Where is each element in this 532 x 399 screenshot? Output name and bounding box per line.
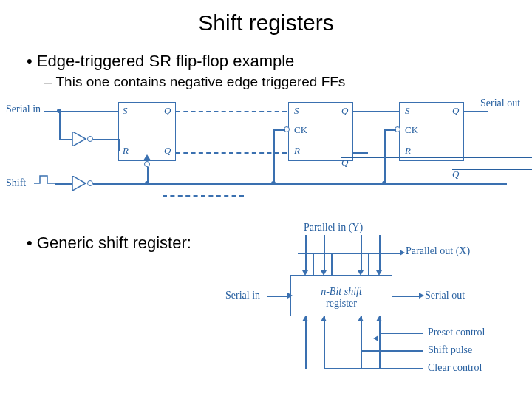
pin-ck: CK [405,124,418,136]
wire [273,129,285,131]
parallel-in-label: Parallel in (Y) [304,222,363,233]
clear-label: Clear control [428,362,482,374]
pin-q: Q [452,105,459,117]
serial-out-label: Serial out [480,98,520,109]
wire [384,129,386,183]
bullet-1-sub: – This one contains negative edge trigge… [44,74,345,90]
page-title: Shift registers [0,0,532,35]
bullet-1: • Edge-triggered SR flip-flop example [27,52,294,71]
wire [59,111,61,139]
wire [353,111,399,112]
serial-in-label2: Serial in [225,290,260,301]
pin-qbar: Q [452,168,532,180]
wire [93,139,118,140]
pin-q: Q [341,105,348,117]
wire [464,111,488,112]
wire [55,183,72,185]
dashed-wire [163,195,244,197]
preset-label: Preset control [428,327,485,338]
box-line1: n-Bit shift [321,286,362,297]
shift-pulse-label: Shift pulse [428,344,472,356]
wire [59,139,72,140]
pin-r: R [405,145,411,157]
generic-shift-register-diagram: n-Bit shift register Parallel in (Y) Par… [209,222,527,392]
wire [353,152,368,154]
box-line2: register [326,298,357,309]
wire [273,129,275,183]
clock-rail [93,183,507,185]
svg-marker-1 [72,176,86,191]
pin-r: R [123,145,129,157]
pin-q: Q [164,105,171,117]
wire [44,111,118,112]
dashed-wire [176,111,287,112]
n-bit-shift-register-box: n-Bit shift register [290,275,392,316]
pin-s: S [123,105,128,117]
pin-s: S [294,105,299,117]
parallel-out-label: Parallel out (X) [406,245,470,257]
bullet-2: • Generic shift register: [27,233,191,253]
svg-marker-0 [72,132,86,146]
serial-out-label2: Serial out [425,290,465,301]
wire [118,139,120,151]
clock-pulse-icon [34,174,55,185]
wire [384,129,396,131]
serial-in-label: Serial in [6,103,41,115]
shift-label: Shift [6,177,26,189]
sr-flipflop-diagram: Serial in Shift S R Q Q S R CK Q Q [0,95,532,213]
dashed-wire [176,152,287,154]
pin-r: R [294,145,300,157]
pin-ck: CK [294,124,307,136]
pin-s: S [405,105,410,117]
